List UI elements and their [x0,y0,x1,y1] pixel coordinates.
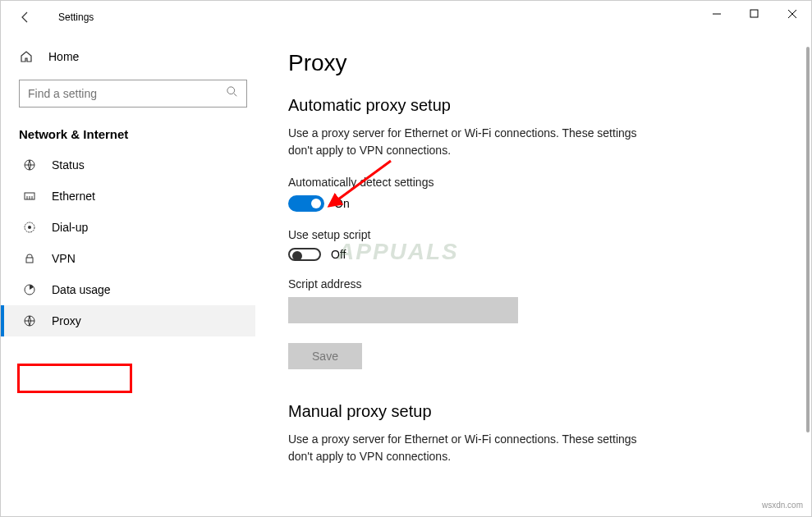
home-nav-item[interactable]: Home [1,42,255,71]
sidebar-item-label: Dial-up [52,221,88,234]
sidebar-item-datausage[interactable]: Data usage [1,274,255,305]
home-icon [19,50,34,63]
script-address-label: Script address [288,277,778,291]
sidebar-item-label: Ethernet [52,190,95,203]
proxy-icon [22,314,37,327]
save-button[interactable]: Save [288,343,362,369]
setup-script-state: Off [331,248,346,261]
auto-section-title: Automatic proxy setup [288,96,778,115]
auto-detect-state: On [334,197,350,210]
sidebar-item-dialup[interactable]: Dial-up [1,212,255,243]
svg-rect-14 [26,258,33,263]
sidebar-item-label: VPN [52,252,76,265]
watermark-corner: wsxdn.com [762,501,803,510]
maximize-button[interactable] [736,1,773,27]
close-icon [787,9,797,19]
dialup-icon [22,221,37,234]
setup-script-label: Use setup script [288,228,778,241]
sidebar-group-header: Network & Internet [19,127,247,141]
sidebar-item-vpn[interactable]: VPN [1,243,255,274]
window-title: Settings [58,11,94,23]
maximize-icon [750,9,759,19]
titlebar: Settings [1,1,811,34]
search-box[interactable] [19,80,247,108]
sidebar-item-label: Data usage [52,283,111,296]
svg-rect-1 [750,10,758,17]
scrollbar[interactable] [806,47,810,432]
back-arrow-icon [19,11,32,24]
svg-point-4 [227,87,235,94]
ethernet-icon [22,190,37,203]
script-address-input[interactable] [288,297,518,323]
manual-section-desc: Use a proxy server for Ethernet or Wi-Fi… [288,431,658,465]
datausage-icon [22,283,37,296]
sidebar: Home Network & Internet Status Ethernet … [1,34,264,516]
svg-line-5 [234,94,237,97]
sidebar-item-ethernet[interactable]: Ethernet [1,181,255,212]
minimize-button[interactable] [698,1,736,27]
page-title: Proxy [288,50,778,76]
setup-script-toggle[interactable] [288,248,321,261]
main-content: Proxy Automatic proxy setup Use a proxy … [264,34,811,516]
auto-detect-toggle[interactable] [288,195,324,212]
sidebar-item-status[interactable]: Status [1,149,255,181]
sidebar-item-label: Status [52,158,85,172]
back-button[interactable] [9,1,42,34]
manual-section-title: Manual proxy setup [288,402,778,421]
svg-point-13 [28,226,31,229]
minimize-icon [712,9,722,19]
close-button[interactable] [773,1,811,27]
home-label: Home [48,50,79,63]
search-input[interactable] [28,87,227,100]
search-icon [227,86,240,101]
auto-section-desc: Use a proxy server for Ethernet or Wi-Fi… [288,125,658,159]
status-icon [22,158,37,172]
auto-detect-label: Automatically detect settings [288,176,778,189]
vpn-icon [22,252,37,265]
window-controls [698,1,811,27]
sidebar-item-label: Proxy [52,314,81,327]
sidebar-item-proxy[interactable]: Proxy [1,305,255,336]
